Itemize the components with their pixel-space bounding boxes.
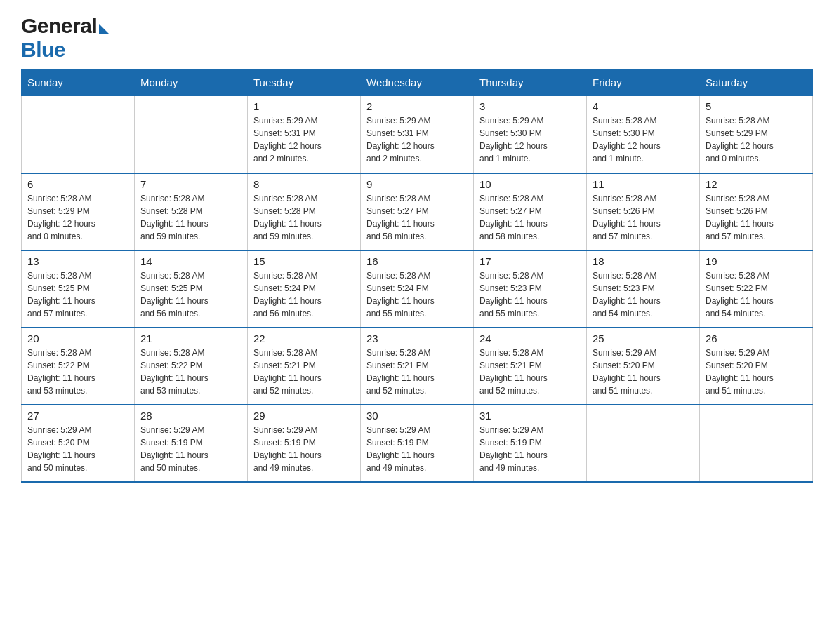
day-info: Sunrise: 5:29 AM Sunset: 5:31 PM Dayligh…	[253, 114, 355, 165]
calendar-cell	[135, 96, 248, 173]
day-info: Sunrise: 5:29 AM Sunset: 5:20 PM Dayligh…	[706, 347, 807, 397]
day-number: 30	[366, 410, 468, 422]
day-number: 27	[27, 410, 128, 422]
logo: General Blue	[21, 14, 109, 62]
day-info: Sunrise: 5:28 AM Sunset: 5:25 PM Dayligh…	[27, 269, 128, 320]
header-thursday: Thursday	[474, 69, 587, 96]
calendar-cell: 29Sunrise: 5:29 AM Sunset: 5:19 PM Dayli…	[248, 405, 361, 482]
day-info: Sunrise: 5:29 AM Sunset: 5:19 PM Dayligh…	[479, 424, 581, 474]
day-number: 12	[706, 178, 807, 190]
calendar-cell: 20Sunrise: 5:28 AM Sunset: 5:22 PM Dayli…	[22, 328, 135, 405]
day-number: 23	[366, 333, 468, 344]
day-number: 3	[479, 100, 581, 112]
header-monday: Monday	[135, 69, 248, 96]
header-tuesday: Tuesday	[248, 69, 361, 96]
day-info: Sunrise: 5:28 AM Sunset: 5:26 PM Dayligh…	[593, 192, 694, 243]
day-number: 10	[479, 178, 581, 190]
calendar-cell: 5Sunrise: 5:28 AM Sunset: 5:29 PM Daylig…	[700, 96, 813, 173]
calendar-cell: 8Sunrise: 5:28 AM Sunset: 5:28 PM Daylig…	[248, 173, 361, 250]
day-info: Sunrise: 5:28 AM Sunset: 5:28 PM Dayligh…	[140, 192, 241, 243]
day-number: 24	[479, 333, 581, 344]
calendar-cell: 24Sunrise: 5:28 AM Sunset: 5:21 PM Dayli…	[474, 328, 587, 405]
day-info: Sunrise: 5:28 AM Sunset: 5:21 PM Dayligh…	[479, 347, 581, 397]
day-info: Sunrise: 5:28 AM Sunset: 5:26 PM Dayligh…	[706, 192, 807, 243]
day-info: Sunrise: 5:29 AM Sunset: 5:19 PM Dayligh…	[253, 424, 355, 474]
day-number: 7	[140, 178, 241, 190]
calendar-cell: 12Sunrise: 5:28 AM Sunset: 5:26 PM Dayli…	[700, 173, 813, 250]
calendar-cell: 7Sunrise: 5:28 AM Sunset: 5:28 PM Daylig…	[135, 173, 248, 250]
day-number: 28	[140, 410, 241, 422]
day-number: 9	[366, 178, 468, 190]
calendar-table: SundayMondayTuesdayWednesdayThursdayFrid…	[21, 69, 813, 483]
calendar-cell: 6Sunrise: 5:28 AM Sunset: 5:29 PM Daylig…	[22, 173, 135, 250]
header-friday: Friday	[587, 69, 700, 96]
day-info: Sunrise: 5:29 AM Sunset: 5:19 PM Dayligh…	[140, 424, 241, 474]
day-number: 8	[253, 178, 355, 190]
calendar-cell: 4Sunrise: 5:28 AM Sunset: 5:30 PM Daylig…	[587, 96, 700, 173]
day-number: 4	[593, 100, 694, 112]
calendar-cell	[587, 405, 700, 482]
calendar-cell: 28Sunrise: 5:29 AM Sunset: 5:19 PM Dayli…	[135, 405, 248, 482]
calendar-cell: 13Sunrise: 5:28 AM Sunset: 5:25 PM Dayli…	[22, 250, 135, 328]
calendar-week-row: 1Sunrise: 5:29 AM Sunset: 5:31 PM Daylig…	[22, 96, 813, 173]
day-info: Sunrise: 5:29 AM Sunset: 5:20 PM Dayligh…	[27, 424, 128, 474]
day-info: Sunrise: 5:28 AM Sunset: 5:29 PM Dayligh…	[706, 114, 807, 165]
calendar-cell: 25Sunrise: 5:29 AM Sunset: 5:20 PM Dayli…	[587, 328, 700, 405]
calendar-cell: 31Sunrise: 5:29 AM Sunset: 5:19 PM Dayli…	[474, 405, 587, 482]
day-number: 21	[140, 333, 241, 344]
day-info: Sunrise: 5:28 AM Sunset: 5:27 PM Dayligh…	[366, 192, 468, 243]
day-info: Sunrise: 5:28 AM Sunset: 5:24 PM Dayligh…	[253, 269, 355, 320]
calendar-week-row: 20Sunrise: 5:28 AM Sunset: 5:22 PM Dayli…	[22, 328, 813, 405]
calendar-cell: 27Sunrise: 5:29 AM Sunset: 5:20 PM Dayli…	[22, 405, 135, 482]
calendar-cell: 2Sunrise: 5:29 AM Sunset: 5:31 PM Daylig…	[361, 96, 474, 173]
calendar-cell: 14Sunrise: 5:28 AM Sunset: 5:25 PM Dayli…	[135, 250, 248, 328]
day-info: Sunrise: 5:28 AM Sunset: 5:24 PM Dayligh…	[366, 269, 468, 320]
calendar-cell: 21Sunrise: 5:28 AM Sunset: 5:22 PM Dayli…	[135, 328, 248, 405]
calendar-cell: 11Sunrise: 5:28 AM Sunset: 5:26 PM Dayli…	[587, 173, 700, 250]
day-number: 25	[593, 333, 694, 344]
header-sunday: Sunday	[22, 69, 135, 96]
calendar-cell: 3Sunrise: 5:29 AM Sunset: 5:30 PM Daylig…	[474, 96, 587, 173]
calendar-cell: 22Sunrise: 5:28 AM Sunset: 5:21 PM Dayli…	[248, 328, 361, 405]
day-info: Sunrise: 5:28 AM Sunset: 5:29 PM Dayligh…	[27, 192, 128, 243]
calendar-cell: 17Sunrise: 5:28 AM Sunset: 5:23 PM Dayli…	[474, 250, 587, 328]
day-number: 15	[253, 255, 355, 267]
header-saturday: Saturday	[700, 69, 813, 96]
calendar-cell: 26Sunrise: 5:29 AM Sunset: 5:20 PM Dayli…	[700, 328, 813, 405]
calendar-cell: 15Sunrise: 5:28 AM Sunset: 5:24 PM Dayli…	[248, 250, 361, 328]
calendar-cell	[700, 405, 813, 482]
calendar-cell: 16Sunrise: 5:28 AM Sunset: 5:24 PM Dayli…	[361, 250, 474, 328]
day-number: 20	[27, 333, 128, 344]
calendar-cell: 18Sunrise: 5:28 AM Sunset: 5:23 PM Dayli…	[587, 250, 700, 328]
calendar-cell: 23Sunrise: 5:28 AM Sunset: 5:21 PM Dayli…	[361, 328, 474, 405]
day-number: 13	[27, 255, 128, 267]
day-info: Sunrise: 5:28 AM Sunset: 5:28 PM Dayligh…	[253, 192, 355, 243]
logo-blue-text: Blue	[21, 38, 65, 62]
calendar-week-row: 27Sunrise: 5:29 AM Sunset: 5:20 PM Dayli…	[22, 405, 813, 482]
day-info: Sunrise: 5:28 AM Sunset: 5:22 PM Dayligh…	[140, 347, 241, 397]
day-info: Sunrise: 5:28 AM Sunset: 5:23 PM Dayligh…	[479, 269, 581, 320]
day-info: Sunrise: 5:28 AM Sunset: 5:22 PM Dayligh…	[27, 347, 128, 397]
day-number: 31	[479, 410, 581, 422]
day-info: Sunrise: 5:28 AM Sunset: 5:23 PM Dayligh…	[593, 269, 694, 320]
day-number: 22	[253, 333, 355, 344]
day-number: 19	[706, 255, 807, 267]
day-number: 29	[253, 410, 355, 422]
day-number: 1	[253, 100, 355, 112]
calendar-cell: 30Sunrise: 5:29 AM Sunset: 5:19 PM Dayli…	[361, 405, 474, 482]
day-number: 5	[706, 100, 807, 112]
logo-general-text: General	[21, 14, 109, 38]
day-number: 6	[27, 178, 128, 190]
calendar-cell: 10Sunrise: 5:28 AM Sunset: 5:27 PM Dayli…	[474, 173, 587, 250]
calendar-week-row: 6Sunrise: 5:28 AM Sunset: 5:29 PM Daylig…	[22, 173, 813, 250]
header: General Blue	[21, 14, 813, 62]
day-info: Sunrise: 5:28 AM Sunset: 5:21 PM Dayligh…	[366, 347, 468, 397]
day-number: 26	[706, 333, 807, 344]
day-info: Sunrise: 5:29 AM Sunset: 5:30 PM Dayligh…	[479, 114, 581, 165]
day-info: Sunrise: 5:28 AM Sunset: 5:21 PM Dayligh…	[253, 347, 355, 397]
day-number: 2	[366, 100, 468, 112]
header-wednesday: Wednesday	[361, 69, 474, 96]
day-number: 17	[479, 255, 581, 267]
calendar-cell: 1Sunrise: 5:29 AM Sunset: 5:31 PM Daylig…	[248, 96, 361, 173]
day-info: Sunrise: 5:29 AM Sunset: 5:31 PM Dayligh…	[366, 114, 468, 165]
